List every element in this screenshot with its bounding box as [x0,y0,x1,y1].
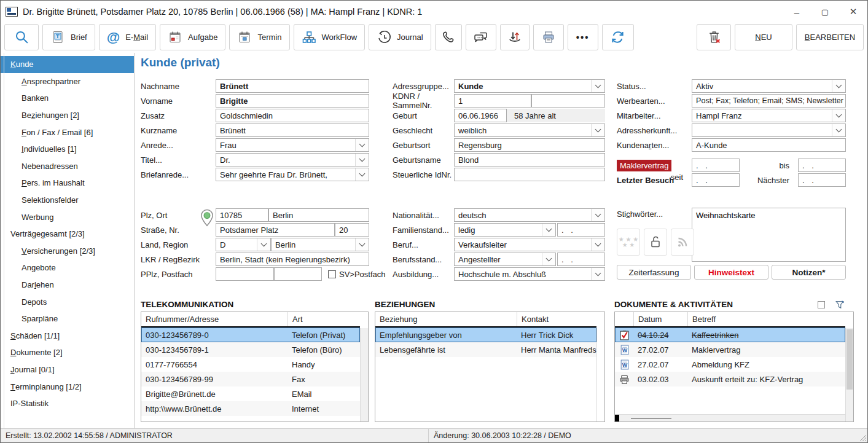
titel-select[interactable]: Dr. [216,153,369,167]
chevron-down-icon[interactable] [832,124,845,136]
neu-button[interactable]: NEU [735,24,792,50]
sidebar-item-fon-fax-email[interactable]: Fon / Fax / Email [6] [1,123,134,141]
sidebar-item-pers-im-haushalt[interactable]: Pers. im Haushalt [1,174,134,192]
geschlecht-select[interactable]: weiblich [454,123,605,137]
familienstand-datum-field[interactable]: . . [557,223,605,237]
chevron-down-icon[interactable] [832,80,845,92]
berufsstand-datum-field[interactable]: . . [557,253,605,266]
nationalitaet-select[interactable]: deutsch [454,208,605,222]
table-row[interactable]: Empfehlungsgeber vonHerr Trick Dick [375,327,596,342]
chevron-down-icon[interactable] [355,168,369,181]
sidebar-item-individuelles[interactable]: Individuelles [1] [1,141,134,158]
chevron-down-icon[interactable] [257,238,270,251]
postfach-field[interactable] [274,267,322,281]
chevron-down-icon[interactable] [355,139,369,151]
zusatz-field[interactable]: Goldschmiedin [216,109,369,122]
chevron-down-icon[interactable] [832,109,845,122]
table-row[interactable]: 030-123456789-1Telefon (Büro) [141,342,360,357]
sidebar-item-terminplanung[interactable]: Terminplanung [1/2] [1,378,134,395]
column-header[interactable]: Beziehung [375,315,517,324]
sidebar-item-dokumente[interactable]: Dokumente [2] [1,344,134,361]
vertical-scrollbar[interactable] [596,328,604,421]
termin-button[interactable]: Termin [229,24,289,50]
geburtsname-field[interactable]: Blond [454,153,605,167]
workflow-button[interactable]: WorkFlow [294,24,366,50]
familienstand-select[interactable]: ledig [454,223,556,237]
resize-grip[interactable] [858,433,867,442]
sidebar-item-kunde[interactable]: Kunde [1,56,134,73]
delete-button[interactable] [697,24,731,50]
column-header[interactable]: Art [287,312,360,326]
sidebar-item-ip-statistik[interactable]: IP-Statistik [1,395,134,412]
phone-button[interactable] [435,24,462,50]
beruf-select[interactable]: Verkaufsleiter [454,238,605,251]
chat-button[interactable] [466,24,496,50]
maximize-button[interactable]: ▢ [811,1,839,23]
strasse-field[interactable]: Potsdamer Platz [216,223,335,237]
steuerid-field[interactable] [454,168,605,181]
adressherkunft-select[interactable] [692,123,846,137]
sammelnr-field[interactable] [531,94,605,108]
vertical-scrollbar[interactable] [845,328,853,421]
minimize-button[interactable]: – [783,1,811,23]
pplz-field[interactable] [216,267,274,281]
mitarbeiter-select[interactable]: Hampl Franz [692,109,846,122]
chevron-down-icon[interactable] [355,238,369,251]
feed-button[interactable] [671,229,694,256]
land-select[interactable]: D [216,238,271,251]
briefanrede-select[interactable]: Sehr geehrte Frau Dr. Brünett, [216,168,369,181]
column-header[interactable]: Kontakt [517,312,596,326]
table-row[interactable]: http:\\www.Brünett.deInternet [141,401,360,416]
sidebar-item-angebote[interactable]: Angebote [1,259,134,276]
geburt-field[interactable]: 06.06.1966 [454,109,507,122]
sv-postfach-checkbox[interactable] [328,270,336,278]
dokumente-checkbox[interactable] [818,301,825,308]
sidebar-item-versicherungen[interactable]: Versicherungen [2/3] [1,243,134,260]
brief-button[interactable]: Brief [42,24,95,50]
search-button[interactable] [4,24,39,50]
berufsstand-select[interactable]: Angestellter [454,253,556,266]
region-select[interactable]: Berlin [271,238,369,251]
zeiterfassung-button[interactable]: Zeiterfassung [617,265,691,280]
scrollbar-thumb[interactable] [846,329,853,390]
more-button[interactable]: ••• [568,24,598,50]
scrollbar-thumb[interactable] [631,418,671,419]
chevron-down-icon[interactable] [542,253,555,265]
makler-seit-field[interactable]: . . [692,159,740,172]
table-row[interactable]: W 27.02.07 Maklervertrag [615,342,845,357]
chevron-down-icon[interactable] [542,224,555,236]
filter-funnel-icon[interactable] [835,300,845,310]
column-header[interactable]: Datum [633,312,687,326]
chevron-down-icon[interactable] [591,124,604,136]
chevron-down-icon[interactable] [591,80,604,92]
sidebar-item-nebenadressen[interactable]: Nebenadressen [1,158,134,175]
vertical-scrollbar[interactable] [360,328,368,421]
geburtsort-field[interactable]: Regensburg [454,138,605,152]
sidebar-item-darlehen[interactable]: Darlehen [1,276,134,294]
aufgabe-button[interactable]: Aufgabe [160,24,225,50]
sidebar-item-sparplaene[interactable]: Sparpläne [1,310,134,327]
print-button[interactable] [533,24,564,50]
close-button[interactable]: ✕ [839,1,867,23]
chevron-down-icon[interactable] [355,154,369,166]
ausbildung-select[interactable]: Hochschule m. Abschluß [454,267,605,281]
lkr-field[interactable]: Berlin, Stadt (kein Regierungsbezirk) [216,253,369,266]
vorname-field[interactable]: Brigitte [216,94,369,108]
kurzname-field[interactable]: Brünett [216,123,369,137]
sidebar-item-ansprechpartner[interactable]: Ansprechpartner [1,73,134,90]
sidebar-item-banken[interactable]: Banken [1,90,134,107]
chevron-down-icon[interactable] [591,268,604,280]
column-header[interactable]: Betreff [687,312,845,326]
email-button[interactable]: @ E-Mail [99,24,156,50]
chevron-down-icon[interactable] [591,238,604,251]
table-row[interactable]: 03.02.03 Auskunft erteilt zu: KFZ-Vertra… [615,372,845,386]
table-row[interactable]: 0177-7766554Handy [141,357,360,372]
plz-field[interactable]: 10785 [216,208,268,222]
table-row[interactable]: 04.10.24 Kaffeetrinken [615,327,845,342]
import-export-button[interactable] [500,24,530,50]
adressgruppe-select[interactable]: Kunde [454,79,605,93]
anrede-select[interactable]: Frau [216,138,369,152]
table-row[interactable]: Brigitte@Brünett.deEMail [141,386,360,401]
sidebar-item-depots[interactable]: Depots [1,293,134,310]
notizen-button[interactable]: Notizen* [772,265,846,280]
